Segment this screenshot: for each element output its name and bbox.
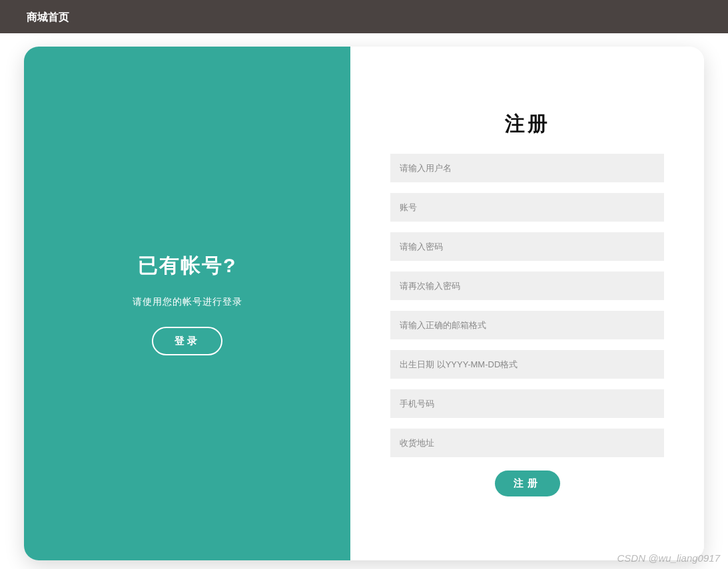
register-panel: 注册 注册 xyxy=(350,47,704,560)
header-bar: 商城首页 xyxy=(0,2,728,33)
email-input[interactable] xyxy=(390,311,664,339)
submit-wrap: 注册 xyxy=(390,471,664,496)
birthday-input[interactable] xyxy=(390,350,664,379)
register-button[interactable]: 注册 xyxy=(495,471,560,496)
register-title: 注册 xyxy=(390,110,664,138)
auth-card: 已有帐号? 请使用您的帐号进行登录 登录 注册 注册 xyxy=(24,47,704,560)
login-panel: 已有帐号? 请使用您的帐号进行登录 登录 xyxy=(24,47,350,560)
address-input[interactable] xyxy=(390,429,664,457)
login-panel-subtitle: 请使用您的帐号进行登录 xyxy=(133,296,242,308)
phone-input[interactable] xyxy=(390,389,664,418)
password-input[interactable] xyxy=(390,232,664,261)
username-input[interactable] xyxy=(390,154,664,182)
main-container: 已有帐号? 请使用您的帐号进行登录 登录 注册 注册 xyxy=(0,33,728,569)
login-button[interactable]: 登录 xyxy=(152,327,222,355)
login-panel-title: 已有帐号? xyxy=(138,252,236,280)
repassword-input[interactable] xyxy=(390,272,664,300)
account-input[interactable] xyxy=(390,193,664,222)
header-title[interactable]: 商城首页 xyxy=(27,11,69,23)
